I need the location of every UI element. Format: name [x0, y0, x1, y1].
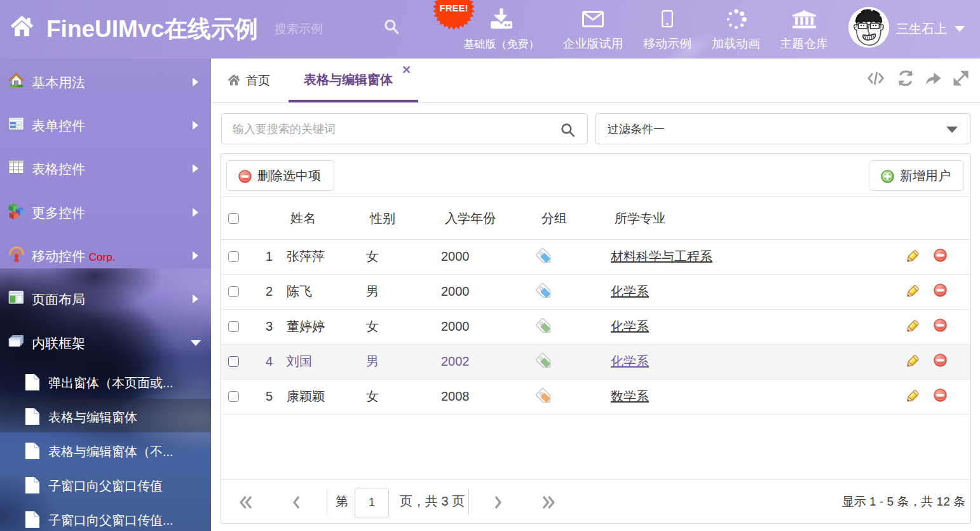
svg-text:FREE!: FREE!: [440, 3, 468, 13]
